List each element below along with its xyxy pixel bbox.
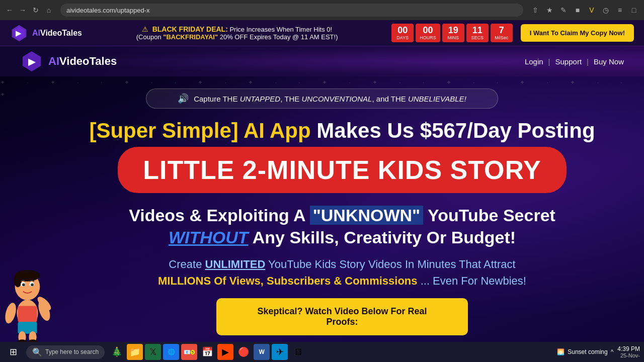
address-bar[interactable]: aivideotales.com/uptapped-x: [60, 4, 523, 17]
headline1-white: Makes Us $567/Day Posting: [316, 119, 595, 142]
extensions-icon[interactable]: ◷: [601, 5, 611, 15]
subtext-newbies: ... Even For Newbies!: [421, 275, 526, 287]
headline1-yellow: [Super Simple] AI App: [89, 119, 316, 142]
watch-video-button[interactable]: Skeptical? Watch Video Below For Real Pr…: [216, 298, 468, 335]
claim-button[interactable]: I Want To Claim My Copy Now!: [521, 24, 634, 42]
headline3-line1-suffix: YouTube Secret: [428, 206, 555, 225]
nav-logo-text: AIVideoTales: [48, 55, 117, 68]
browser-icons: ⇧ ★ ✎ ■ V ◷ ≡ □: [530, 5, 639, 15]
taskbar-app-play[interactable]: ▶: [217, 344, 233, 360]
taskbar-search[interactable]: 🔍 Type here to search: [26, 345, 105, 359]
logo-icon: ▶: [10, 24, 28, 42]
nav-logo: ▶ AIVideoTales: [20, 50, 117, 73]
main-nav: ▶ AIVideoTales Login | Support | Buy Now: [0, 46, 644, 76]
subtext-millions: MILLIONS Of Views, Subscribers & Commiss…: [158, 275, 418, 287]
audio-banner: 🔊 Capture THE UNTAPPED, THE UNCONVENTION…: [146, 88, 498, 109]
audio-text: Capture THE UNTAPPED, THE UNCONVENTIONAL…: [194, 95, 466, 103]
search-icon: 🔍: [32, 347, 42, 357]
svg-rect-14: [18, 306, 37, 322]
taskbar-apps: 🎄 📁 𝕏 🌐 📧5 📅 ▶ 🔴 W ✈ 🖥: [109, 344, 306, 360]
without-text: WITHOUT: [169, 228, 249, 247]
svg-point-13: [31, 284, 34, 287]
menu-icon[interactable]: ≡: [615, 5, 625, 15]
headline3-line1-prefix: Videos & Exploiting A: [129, 206, 310, 225]
profile-icon[interactable]: ■: [573, 5, 583, 15]
headline-3: Videos & Exploiting A "UNKNOWN" YouTube …: [60, 204, 624, 248]
taskbar-app-notification[interactable]: 📧5: [181, 344, 197, 360]
nav-sep-2: |: [587, 57, 589, 66]
taskbar-app-chrome[interactable]: 🔴: [235, 344, 252, 360]
subtext: Create UNLIMITED YouTube Kids Story Vide…: [60, 256, 624, 289]
nav-forward-button[interactable]: →: [18, 6, 27, 15]
banner-center: ⚠ BLACK FRIDAY DEAL: Price Increases Whe…: [91, 25, 383, 41]
banner-logo-text: AIVideoTales: [32, 29, 82, 38]
headline3-line2-suffix: Any Skills, Creativity Or Budget!: [253, 228, 516, 247]
unknown-highlight: "UNKNOWN": [310, 206, 424, 225]
weather-text: Sunset coming: [568, 348, 607, 355]
taskbar-app-word[interactable]: W: [254, 344, 270, 360]
svg-point-9: [14, 274, 22, 287]
taskbar-app-excel[interactable]: 𝕏: [145, 344, 161, 360]
character-illustration: [1, 236, 54, 342]
banner-logo: ▶ AIVideoTales: [10, 24, 91, 42]
svg-point-12: [22, 284, 25, 287]
hero-content: [Super Simple] AI App Makes Us $567/Day …: [20, 119, 624, 335]
extension-v-icon[interactable]: V: [587, 5, 597, 15]
headline-2-wrapper: LITTLE 2-MINUTE KIDS STORY: [60, 147, 624, 199]
deal-text: BLACK FRIDAY DEAL:: [152, 25, 228, 33]
taskbar-app-vm[interactable]: 🖥: [290, 344, 306, 360]
date-display: 25-Nov-: [617, 352, 640, 358]
weather-icon: 🌅: [557, 348, 565, 355]
deal-subtitle: Price Increases When Timer Hits 0!: [229, 26, 332, 33]
share-icon[interactable]: ⇧: [530, 5, 540, 15]
url-text: aivideotales.com/uptapped-x: [66, 7, 150, 14]
warning-icon: ⚠: [142, 25, 148, 33]
taskbar-right: 🌅 Sunset coming ^ 4:39 PM 25-Nov-: [557, 345, 640, 358]
start-button[interactable]: ⊞: [4, 343, 22, 361]
nav-refresh-button[interactable]: ↻: [31, 6, 40, 15]
search-text: Type here to search: [45, 348, 99, 355]
browser-chrome: ← → ↻ ⌂ aivideotales.com/uptapped-x ⇧ ★ …: [0, 0, 644, 20]
countdown-mins: 19 MINS: [442, 24, 464, 42]
coupon-text: (Coupon "BACKFRIDAYAI" 20% OFF Expires T…: [136, 33, 338, 41]
buy-now-link[interactable]: Buy Now: [594, 57, 624, 66]
hero-section: 🔊 Capture THE UNTAPPED, THE UNCONVENTION…: [0, 76, 644, 362]
taskbar-app-folder[interactable]: 📁: [127, 344, 143, 360]
bookmark-icon[interactable]: ★: [544, 5, 554, 15]
subtext-unlimited: UNLIMITED: [205, 258, 266, 270]
nav-links: Login | Support | Buy Now: [525, 57, 624, 66]
headline-1: [Super Simple] AI App Makes Us $567/Day …: [60, 119, 624, 143]
system-tray: 🌅 Sunset coming ^: [557, 348, 613, 355]
countdown-hours: 00 HOURS: [416, 24, 440, 42]
taskbar-clock: 4:39 PM 25-Nov-: [617, 345, 640, 358]
time-display: 4:39 PM: [617, 345, 640, 352]
svg-text:▶: ▶: [16, 29, 22, 37]
svg-point-15: [3, 302, 18, 325]
audio-icon: 🔊: [178, 93, 189, 104]
countdown-days: 00 DAYS: [391, 24, 414, 42]
top-banner: ▶ AIVideoTales ⚠ BLACK FRIDAY DEAL: Pric…: [0, 20, 644, 46]
edit-icon[interactable]: ✎: [558, 5, 569, 15]
nav-logo-icon: ▶: [20, 50, 43, 73]
taskbar-app-telegram[interactable]: ✈: [272, 344, 288, 360]
headline-2: LITTLE 2-MINUTE KIDS STORY: [118, 147, 567, 193]
network-icon: ^: [611, 348, 614, 355]
taskbar-app-tree[interactable]: 🎄: [109, 344, 125, 360]
svg-text:▶: ▶: [28, 57, 36, 67]
taskbar-app-mail[interactable]: 📅: [199, 344, 215, 360]
countdown-secs: 11 SECS: [466, 24, 489, 42]
window-icon[interactable]: □: [629, 5, 639, 15]
countdown-millisecs: 7 MilSec: [491, 24, 513, 42]
nav-back-button[interactable]: ←: [5, 6, 14, 15]
nav-sep-1: |: [548, 57, 550, 66]
login-link[interactable]: Login: [525, 57, 543, 66]
nav-home-button[interactable]: ⌂: [44, 6, 53, 15]
support-link[interactable]: Support: [555, 57, 582, 66]
countdown: 00 DAYS 00 HOURS 19 MINS 11 SECS 7 MilSe…: [391, 24, 513, 42]
taskbar: ⊞ 🔍 Type here to search 🎄 📁 𝕏 🌐 📧5 📅 ▶ 🔴…: [0, 342, 644, 362]
taskbar-app-browser2[interactable]: 🌐: [163, 344, 179, 360]
subtext-create: Create: [169, 258, 205, 270]
subtext-rest1: YouTube Kids Story Videos In Minutes Tha…: [268, 258, 516, 270]
